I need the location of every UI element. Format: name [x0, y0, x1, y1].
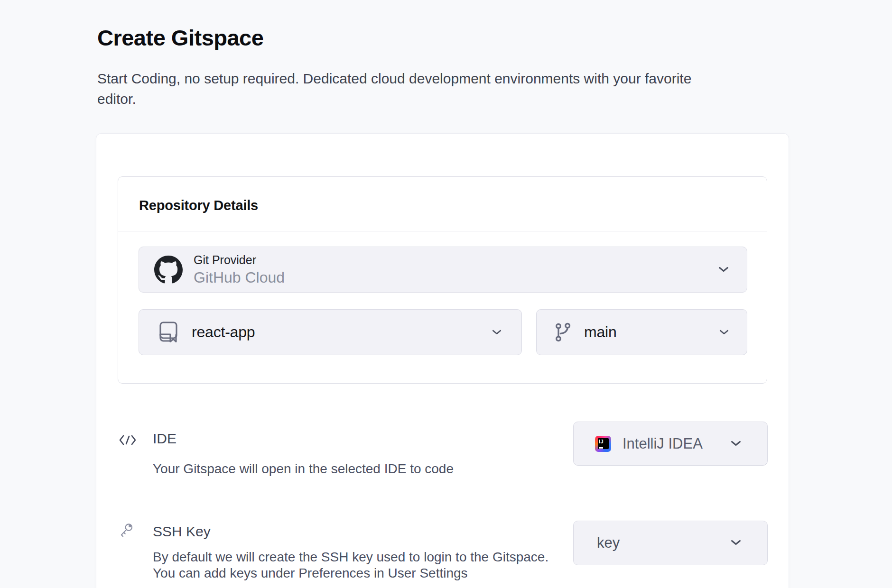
git-provider-texts: Git Provider GitHub Cloud: [194, 253, 285, 286]
intellij-letters: IJ: [599, 439, 604, 444]
page-subtitle: Start Coding, no setup required. Dedicat…: [97, 68, 691, 109]
ide-description: Your Gitspace will open in the selected …: [153, 461, 454, 477]
repo-book-icon: [157, 320, 180, 345]
ssh-key-dropdown[interactable]: key: [573, 521, 768, 565]
page-subtitle-line-2: editor.: [97, 89, 691, 109]
chevron-down-icon: [731, 539, 741, 547]
intellij-idea-icon: IJ: [595, 436, 611, 452]
git-provider-label: Git Provider: [194, 253, 285, 267]
ssh-key-selected-value: key: [597, 534, 620, 551]
intellij-underline: [599, 447, 603, 449]
chevron-down-icon: [731, 440, 741, 448]
create-gitspace-page: Create Gitspace Start Coding, no setup r…: [0, 0, 892, 588]
git-provider-select[interactable]: Git Provider GitHub Cloud: [139, 247, 747, 293]
ide-label: IDE: [153, 431, 177, 447]
git-branch-icon: [554, 322, 573, 343]
ssh-key-description-line-2: You can add keys under Preferences in Us…: [153, 565, 548, 581]
ide-selected-value: IntelliJ IDEA: [623, 435, 703, 452]
chevron-down-icon: [492, 328, 502, 337]
chevron-down-icon: [719, 328, 729, 337]
repository-value: react-app: [192, 323, 255, 341]
repository-details-title: Repository Details: [139, 198, 258, 213]
repository-details-header: Repository Details: [118, 177, 767, 231]
page-subtitle-line-1: Start Coding, no setup required. Dedicat…: [97, 68, 691, 89]
github-icon: [154, 256, 183, 284]
ssh-key-description-line-1: By default we will create the SSH key us…: [153, 549, 548, 565]
ide-dropdown[interactable]: IJ IntelliJ IDEA: [573, 422, 768, 466]
ssh-key-description: By default we will create the SSH key us…: [153, 549, 548, 581]
page-title: Create Gitspace: [97, 25, 263, 51]
git-provider-value: GitHub Cloud: [194, 268, 285, 286]
branch-value: main: [584, 323, 617, 341]
code-brackets-icon: [119, 434, 137, 446]
key-icon: [119, 523, 134, 539]
chevron-down-icon: [718, 266, 729, 274]
branch-select[interactable]: main: [536, 309, 747, 355]
repository-select[interactable]: react-app: [139, 309, 522, 355]
ssh-key-label: SSH Key: [153, 524, 211, 540]
